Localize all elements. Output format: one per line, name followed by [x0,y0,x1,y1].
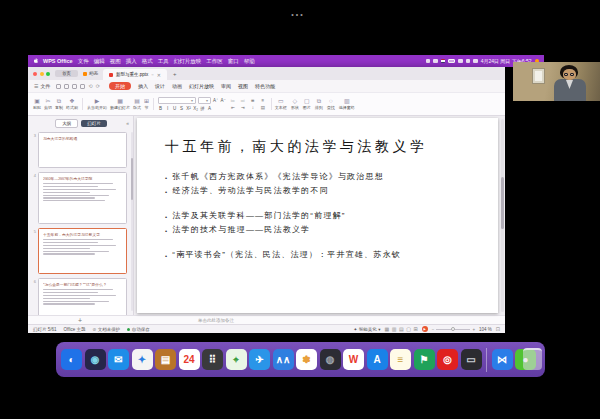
ribbon-button-new-slide[interactable]: ▦新建幻灯片 [110,98,130,110]
dock-icon-maps[interactable]: ⌖ [226,349,247,370]
zoom-slider[interactable] [436,329,470,330]
ribbon-button-copy[interactable]: ⧉复制 [55,98,63,110]
menubar-menu[interactable]: 编辑 [94,58,105,65]
ribbon-tab[interactable]: 开始 [109,82,131,90]
ribbon-button-paste[interactable]: ▣粘贴 [33,98,41,110]
print-icon[interactable] [72,84,77,89]
font-format-button[interactable]: S [179,106,184,111]
dock-icon-books[interactable]: ▤ [155,349,176,370]
close-window-button[interactable] [33,72,37,76]
collapse-sidebar-icon[interactable]: « [126,120,129,126]
menubar-menu[interactable]: 工具 [158,58,169,65]
preview-icon[interactable] [80,84,85,89]
ribbon-button-selection-pane[interactable]: ▥选择窗格 [339,98,355,110]
font-name-select[interactable]: ▾ [158,97,196,104]
dock-icon-launchpad[interactable]: ⠿ [202,349,223,370]
redo-icon[interactable]: ⟳ [96,83,100,89]
view-mode-button[interactable]: ▢ [406,326,411,332]
slide-scroll-thumb[interactable] [501,177,504,229]
menubar-menu[interactable]: 帮助 [244,58,255,65]
ribbon-tab[interactable]: 审阅 [221,83,231,89]
dock-icon-meeting[interactable]: ⋈ [492,349,513,370]
font-format-button[interactable]: B [158,106,163,111]
apple-logo-icon[interactable] [33,58,38,64]
dock-icon-music[interactable]: ◎ [437,349,458,370]
dock-icon-display[interactable]: ▭ [461,349,482,370]
menubar-app-name[interactable]: WPS Office [43,58,73,64]
dock-icon-mail-master[interactable]: ✈ [249,349,270,370]
display-mirroring-icon[interactable] [433,59,438,64]
ribbon-button-format-painter[interactable]: ❖格式刷 [66,98,83,110]
font-size-step-button[interactable]: A⁻ [220,98,225,103]
paragraph-button[interactable]: ⇤ [229,105,237,110]
zoom-in-button[interactable]: + [472,327,475,332]
dock-icon-finder[interactable]: ◐ [61,349,82,370]
keyboard-input-icon[interactable] [426,59,431,64]
ribbon-button-play-from-current[interactable]: ▶从当前开始 [87,98,107,110]
paragraph-button[interactable]: ≕ [239,98,247,103]
theme-name[interactable]: Office 主题 [64,327,86,332]
paragraph-button[interactable]: ⇥ [239,105,247,110]
new-tab-button[interactable]: + [173,71,177,77]
dock-icon-notes[interactable]: ≡ [390,349,411,370]
notes-placeholder[interactable]: 单击此处添加备注 [198,318,234,323]
dock-icon-app-store[interactable]: A [367,349,388,370]
output-icon[interactable] [64,84,69,89]
slide-thumbnail[interactable]: 2002年—2007年的南大法学院 [38,172,127,224]
font-format-button[interactable]: U [172,106,177,111]
view-mode-button[interactable]: ▥ [392,326,397,332]
paragraph-button[interactable]: ≣ [249,98,257,103]
protect-status[interactable]: ⊘文档未保护 [92,327,120,332]
font-format-button[interactable]: X₂ [193,106,198,111]
control-center-icon[interactable] [473,59,478,64]
paragraph-button[interactable]: ↕ [249,105,257,110]
view-mode-button[interactable]: ▤ [399,326,404,332]
font-format-button[interactable]: 拼 [200,106,205,111]
ribbon-tab[interactable]: 幻灯片放映 [189,83,214,89]
font-format-button[interactable]: A [207,106,212,111]
slide-scrollbar[interactable] [501,119,504,312]
font-format-button[interactable]: X² [186,106,191,111]
paragraph-button[interactable]: ▤ [259,105,267,110]
close-tab-icon[interactable]: ✕ [157,72,161,78]
menubar-menu[interactable]: 工作区 [206,58,223,65]
call-more-indicator[interactable]: ••• [0,11,596,18]
add-slide-button[interactable]: + [28,317,132,324]
file-menu-button[interactable]: ☰文件 [34,83,50,89]
dock-icon-settings-sphere[interactable]: ◍ [320,349,341,370]
ribbon-tab[interactable]: 设计 [155,83,165,89]
dock-icon-mail[interactable]: ✉ [108,349,129,370]
zoom-out-button[interactable]: − [432,327,435,332]
save-icon[interactable] [56,84,61,89]
slide-canvas[interactable]: 十五年前，南大的法学与法教义学 • 张千帆《西方宪政体系》《宪法学导论》与政治思… [137,118,498,313]
ribbon-button-section[interactable]: ⊞节 [144,98,154,110]
sidebar-scrollbar[interactable] [131,132,133,311]
fullscreen-window-button[interactable] [46,72,50,76]
tab-document[interactable]: 新型与重生.pptx ○ ✕ [103,69,167,80]
dock-icon-photos[interactable]: ✽ [296,349,317,370]
battery-icon[interactable] [448,59,455,63]
menubar-menu[interactable]: 窗口 [228,58,239,65]
input-language-flag-icon[interactable] [441,59,446,64]
tab-home[interactable]: 首页 [55,70,78,77]
dock-icon-wps-office[interactable]: W [343,349,364,370]
zoom-percent[interactable]: 104 % [479,327,492,332]
ribbon-tab[interactable]: 动画 [172,83,182,89]
undo-icon[interactable]: ⟲ [88,83,92,89]
tab-docer[interactable]: 稻壳 [83,71,98,76]
trash-icon[interactable] [523,348,542,370]
ribbon-button-layout[interactable]: ▤版式 [133,98,141,110]
tab-outline[interactable]: 大纲 [55,119,78,128]
wifi-icon[interactable] [458,59,463,64]
ribbon-tab[interactable]: 特色功能 [255,83,275,89]
dock-icon-cloud-drive[interactable]: ∧∧ [273,349,294,370]
ribbon-button-cut[interactable]: ✂剪切 [44,98,52,110]
ribbon-button-arrange[interactable]: ⧉排列 [315,98,323,110]
view-mode-button[interactable]: ⊞ [414,326,418,332]
play-slideshow-button[interactable]: ▶ [422,326,428,332]
view-mode-button[interactable]: ▦ [385,326,390,332]
paragraph-button[interactable]: ≡ [259,98,267,103]
menubar-menu[interactable]: 文件 [78,58,89,65]
tab-slides[interactable]: 幻灯片 [81,120,107,127]
ribbon-tab[interactable]: 插入 [138,83,148,89]
